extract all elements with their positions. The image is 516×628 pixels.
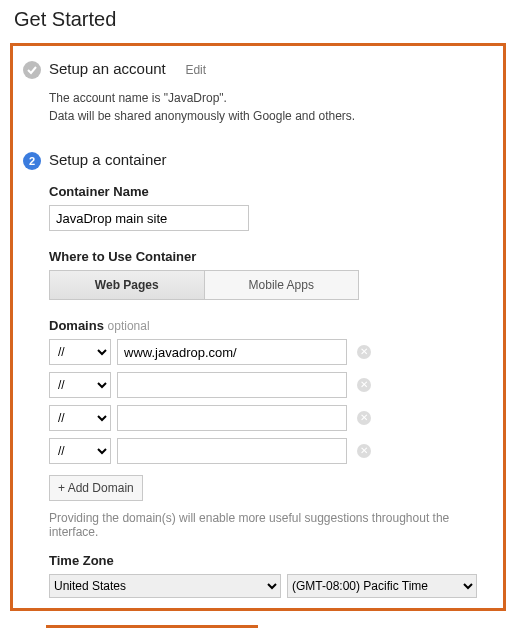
check-icon (23, 61, 41, 79)
container-name-label: Container Name (49, 184, 493, 199)
timezone-row: United States (GMT-08:00) Pacific Time (49, 574, 493, 598)
domain-row: // ✕ (49, 372, 493, 398)
step1-summary-line1: The account name is "JavaDrop". (49, 89, 493, 107)
seg-web-pages[interactable]: Web Pages (49, 270, 205, 300)
domain-input-4[interactable] (117, 438, 347, 464)
domain-row: // ✕ (49, 339, 493, 365)
edit-link[interactable]: Edit (185, 63, 206, 77)
domain-input-2[interactable] (117, 372, 347, 398)
step1-summary: The account name is "JavaDrop". Data wil… (49, 89, 493, 125)
optional-label: optional (108, 319, 150, 333)
container-name-input[interactable] (49, 205, 249, 231)
setup-panel: Setup an account Edit The account name i… (10, 43, 506, 611)
close-icon[interactable]: ✕ (357, 411, 371, 425)
domain-hint: Providing the domain(s) will enable more… (49, 511, 493, 539)
close-icon[interactable]: ✕ (357, 444, 371, 458)
step2-title: Setup a container (49, 151, 167, 168)
step1-title: Setup an account (49, 60, 166, 77)
where-segmented: Web Pages Mobile Apps (49, 270, 359, 300)
add-domain-button[interactable]: + Add Domain (49, 475, 143, 501)
step-account: Setup an account Edit (23, 60, 493, 79)
close-icon[interactable]: ✕ (357, 345, 371, 359)
step-container: 2 Setup a container (23, 151, 493, 170)
container-form: Container Name Where to Use Container We… (49, 184, 493, 598)
page-title: Get Started (14, 8, 506, 31)
protocol-select[interactable]: // (49, 372, 111, 398)
tz-country-select[interactable]: United States (49, 574, 281, 598)
domain-input-1[interactable] (117, 339, 347, 365)
protocol-select[interactable]: // (49, 405, 111, 431)
protocol-select[interactable]: // (49, 438, 111, 464)
domain-input-3[interactable] (117, 405, 347, 431)
step2-badge: 2 (23, 152, 41, 170)
seg-mobile-apps[interactable]: Mobile Apps (205, 270, 360, 300)
timezone-label: Time Zone (49, 553, 493, 568)
domain-row: // ✕ (49, 405, 493, 431)
domains-label: Domains optional (49, 318, 493, 333)
protocol-select[interactable]: // (49, 339, 111, 365)
where-use-label: Where to Use Container (49, 249, 493, 264)
domain-row: // ✕ (49, 438, 493, 464)
step1-summary-line2: Data will be shared anonymously with Goo… (49, 107, 493, 125)
close-icon[interactable]: ✕ (357, 378, 371, 392)
tz-zone-select[interactable]: (GMT-08:00) Pacific Time (287, 574, 477, 598)
